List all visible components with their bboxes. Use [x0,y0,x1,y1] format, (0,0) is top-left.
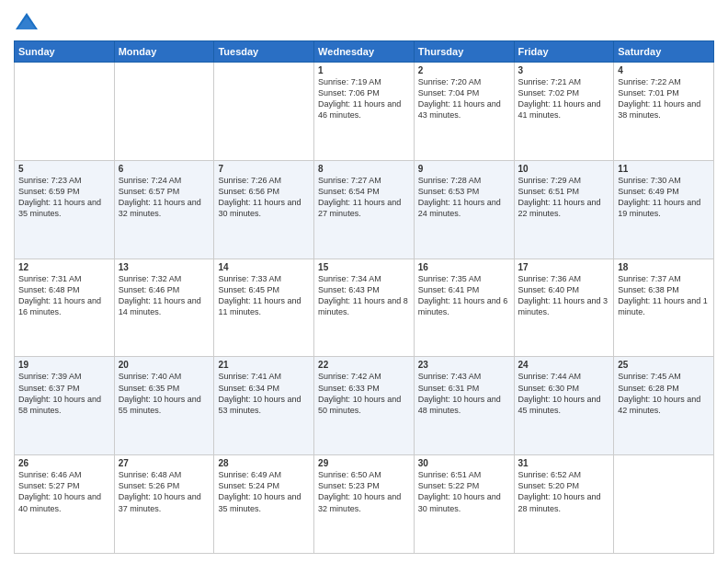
day-info: Sunrise: 7:29 AM Sunset: 6:51 PM Dayligh… [518,175,610,220]
day-number: 19 [18,360,110,370]
calendar-cell: 18Sunrise: 7:37 AM Sunset: 6:38 PM Dayli… [614,259,714,357]
day-info: Sunrise: 7:44 AM Sunset: 6:30 PM Dayligh… [518,371,610,416]
calendar-cell: 11Sunrise: 7:30 AM Sunset: 6:49 PM Dayli… [614,160,714,259]
day-info: Sunrise: 7:41 AM Sunset: 6:34 PM Dayligh… [218,371,310,416]
calendar-cell: 26Sunrise: 6:46 AM Sunset: 5:27 PM Dayli… [15,455,115,554]
day-info: Sunrise: 7:27 AM Sunset: 6:54 PM Dayligh… [318,175,410,220]
day-number: 30 [418,458,510,468]
day-info: Sunrise: 7:22 AM Sunset: 7:01 PM Dayligh… [618,76,710,121]
calendar-cell: 21Sunrise: 7:41 AM Sunset: 6:34 PM Dayli… [214,357,314,455]
day-number: 15 [318,262,410,272]
day-info: Sunrise: 7:26 AM Sunset: 6:56 PM Dayligh… [218,175,310,220]
weekday-header-saturday: Saturday [614,41,714,63]
day-number: 9 [418,164,510,174]
calendar-week-4: 19Sunrise: 7:39 AM Sunset: 6:37 PM Dayli… [15,357,714,455]
calendar-cell: 3Sunrise: 7:21 AM Sunset: 7:02 PM Daylig… [514,63,614,161]
day-info: Sunrise: 7:42 AM Sunset: 6:33 PM Dayligh… [318,371,410,416]
calendar-cell: 13Sunrise: 7:32 AM Sunset: 6:46 PM Dayli… [114,259,214,357]
weekday-header-tuesday: Tuesday [214,41,314,63]
calendar-week-3: 12Sunrise: 7:31 AM Sunset: 6:48 PM Dayli… [15,259,714,357]
calendar-week-2: 5Sunrise: 7:23 AM Sunset: 6:59 PM Daylig… [15,160,714,259]
weekday-header-wednesday: Wednesday [314,41,415,63]
day-number: 3 [518,65,610,75]
day-info: Sunrise: 7:19 AM Sunset: 7:06 PM Dayligh… [318,76,410,121]
day-number: 27 [119,458,210,468]
day-number: 1 [318,65,410,75]
calendar-cell: 4Sunrise: 7:22 AM Sunset: 7:01 PM Daylig… [614,63,714,161]
day-info: Sunrise: 6:52 AM Sunset: 5:20 PM Dayligh… [518,469,610,514]
day-number: 6 [119,164,210,174]
day-info: Sunrise: 7:20 AM Sunset: 7:04 PM Dayligh… [418,76,510,121]
day-number: 26 [18,458,110,468]
day-info: Sunrise: 7:35 AM Sunset: 6:41 PM Dayligh… [418,273,510,318]
day-number: 10 [518,164,610,174]
day-number: 5 [18,164,110,174]
calendar-cell: 28Sunrise: 6:49 AM Sunset: 5:24 PM Dayli… [214,455,314,554]
calendar-cell: 15Sunrise: 7:34 AM Sunset: 6:43 PM Dayli… [314,259,415,357]
day-number: 14 [218,262,310,272]
day-info: Sunrise: 7:34 AM Sunset: 6:43 PM Dayligh… [318,273,410,318]
calendar-cell: 12Sunrise: 7:31 AM Sunset: 6:48 PM Dayli… [15,259,115,357]
page: SundayMondayTuesdayWednesdayThursdayFrid… [0,0,728,563]
logo-icon [14,9,40,35]
day-number: 28 [218,458,310,468]
calendar-cell: 24Sunrise: 7:44 AM Sunset: 6:30 PM Dayli… [514,357,614,455]
calendar-cell [114,63,214,161]
day-info: Sunrise: 7:45 AM Sunset: 6:28 PM Dayligh… [618,371,710,416]
day-info: Sunrise: 7:43 AM Sunset: 6:31 PM Dayligh… [418,371,510,416]
calendar-cell: 27Sunrise: 6:48 AM Sunset: 5:26 PM Dayli… [114,455,214,554]
calendar-cell: 20Sunrise: 7:40 AM Sunset: 6:35 PM Dayli… [114,357,214,455]
calendar-week-5: 26Sunrise: 6:46 AM Sunset: 5:27 PM Dayli… [15,455,714,554]
day-info: Sunrise: 7:40 AM Sunset: 6:35 PM Dayligh… [119,371,210,416]
day-info: Sunrise: 7:21 AM Sunset: 7:02 PM Dayligh… [518,76,610,121]
day-number: 11 [618,164,710,174]
weekday-header-monday: Monday [114,41,214,63]
header [14,9,714,35]
day-info: Sunrise: 7:33 AM Sunset: 6:45 PM Dayligh… [218,273,310,318]
day-info: Sunrise: 7:30 AM Sunset: 6:49 PM Dayligh… [618,175,710,220]
calendar-cell: 7Sunrise: 7:26 AM Sunset: 6:56 PM Daylig… [214,160,314,259]
calendar-cell: 16Sunrise: 7:35 AM Sunset: 6:41 PM Dayli… [414,259,514,357]
day-info: Sunrise: 6:48 AM Sunset: 5:26 PM Dayligh… [119,469,210,514]
day-number: 20 [119,360,210,370]
day-info: Sunrise: 7:28 AM Sunset: 6:53 PM Dayligh… [418,175,510,220]
day-number: 13 [119,262,210,272]
day-info: Sunrise: 7:37 AM Sunset: 6:38 PM Dayligh… [618,273,710,318]
calendar-cell: 9Sunrise: 7:28 AM Sunset: 6:53 PM Daylig… [414,160,514,259]
calendar-cell: 22Sunrise: 7:42 AM Sunset: 6:33 PM Dayli… [314,357,415,455]
calendar-cell [614,455,714,554]
day-number: 31 [518,458,610,468]
day-info: Sunrise: 7:24 AM Sunset: 6:57 PM Dayligh… [119,175,210,220]
day-info: Sunrise: 7:32 AM Sunset: 6:46 PM Dayligh… [119,273,210,318]
day-info: Sunrise: 6:50 AM Sunset: 5:23 PM Dayligh… [318,469,410,514]
calendar-cell: 5Sunrise: 7:23 AM Sunset: 6:59 PM Daylig… [15,160,115,259]
day-number: 21 [218,360,310,370]
day-number: 25 [618,360,710,370]
day-number: 17 [518,262,610,272]
weekday-header-sunday: Sunday [15,41,115,63]
calendar-cell: 30Sunrise: 6:51 AM Sunset: 5:22 PM Dayli… [414,455,514,554]
day-number: 22 [318,360,410,370]
weekday-header-thursday: Thursday [414,41,514,63]
weekday-header-friday: Friday [514,41,614,63]
day-number: 16 [418,262,510,272]
calendar-cell [214,63,314,161]
calendar-cell: 31Sunrise: 6:52 AM Sunset: 5:20 PM Dayli… [514,455,614,554]
day-info: Sunrise: 6:49 AM Sunset: 5:24 PM Dayligh… [218,469,310,514]
day-number: 4 [618,65,710,75]
day-number: 29 [318,458,410,468]
day-number: 7 [218,164,310,174]
calendar-cell: 25Sunrise: 7:45 AM Sunset: 6:28 PM Dayli… [614,357,714,455]
day-number: 23 [418,360,510,370]
calendar-cell: 10Sunrise: 7:29 AM Sunset: 6:51 PM Dayli… [514,160,614,259]
day-info: Sunrise: 6:51 AM Sunset: 5:22 PM Dayligh… [418,469,510,514]
calendar-cell: 1Sunrise: 7:19 AM Sunset: 7:06 PM Daylig… [314,63,415,161]
calendar-cell: 2Sunrise: 7:20 AM Sunset: 7:04 PM Daylig… [414,63,514,161]
day-info: Sunrise: 7:23 AM Sunset: 6:59 PM Dayligh… [18,175,110,220]
calendar-cell: 29Sunrise: 6:50 AM Sunset: 5:23 PM Dayli… [314,455,415,554]
calendar-cell [15,63,115,161]
calendar-cell: 6Sunrise: 7:24 AM Sunset: 6:57 PM Daylig… [114,160,214,259]
weekday-header-row: SundayMondayTuesdayWednesdayThursdayFrid… [15,41,714,63]
day-info: Sunrise: 6:46 AM Sunset: 5:27 PM Dayligh… [18,469,110,514]
day-number: 18 [618,262,710,272]
